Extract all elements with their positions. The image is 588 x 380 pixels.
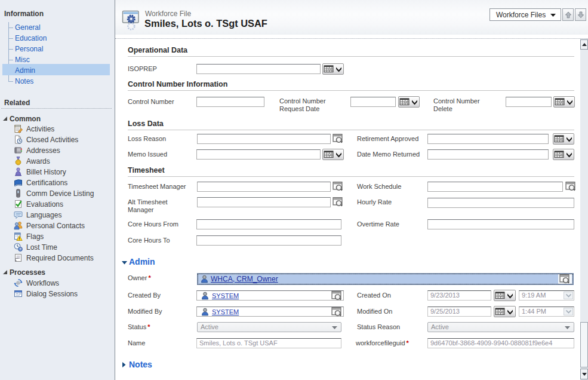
svg-text:?: ?	[20, 247, 21, 251]
